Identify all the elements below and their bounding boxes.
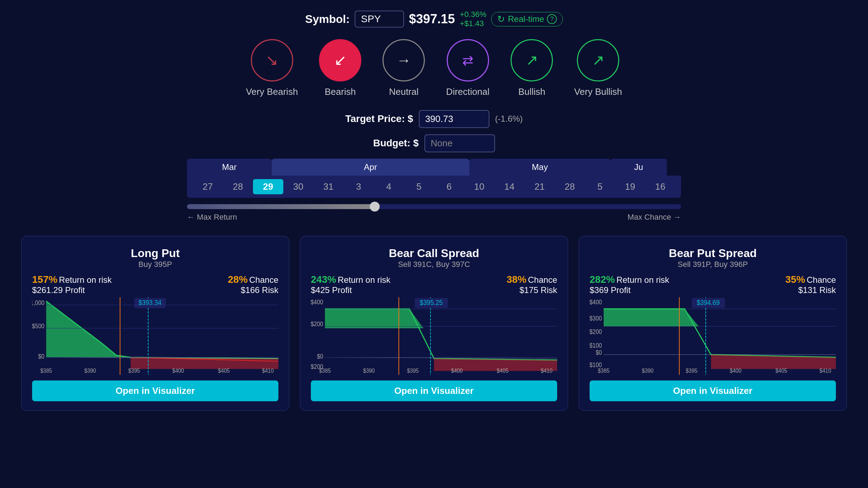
date-5[interactable]: 5 bbox=[404, 179, 434, 194]
svg-text:$400: $400 bbox=[730, 368, 741, 374]
stat-right-bear-put: 35% Chance $131 Risk bbox=[785, 274, 836, 295]
target-price-pct: (-1.6%) bbox=[495, 114, 523, 124]
symbol-input[interactable] bbox=[355, 11, 404, 28]
open-visualizer-bear-call-spread[interactable]: Open in Visualizer bbox=[311, 380, 557, 401]
cards-row: Long Put Buy 395P 157% Return on risk $2… bbox=[0, 236, 868, 411]
strategy-bearish[interactable]: ↙ Bearish bbox=[319, 39, 361, 97]
svg-text:$385: $385 bbox=[598, 368, 609, 374]
date-5b[interactable]: 5 bbox=[585, 179, 615, 194]
svg-text:$385: $385 bbox=[40, 368, 52, 374]
svg-text:$395.25: $395.25 bbox=[420, 299, 443, 306]
stat-left-bear-call: 243% Return on risk $425 Profit bbox=[311, 274, 390, 295]
card-long-put: Long Put Buy 395P 157% Return on risk $2… bbox=[21, 236, 289, 411]
return-pct-bear-call: 243% bbox=[311, 274, 336, 285]
svg-text:$395: $395 bbox=[686, 368, 698, 374]
strategy-label-bearish: Bearish bbox=[325, 86, 356, 97]
date-27[interactable]: 27 bbox=[193, 179, 223, 194]
card-stats-bear-put-spread: 282% Return on risk $369 Profit 35% Chan… bbox=[590, 274, 836, 295]
slider-fill bbox=[187, 204, 375, 209]
open-visualizer-bear-put-spread[interactable]: Open in Visualizer bbox=[590, 380, 836, 401]
budget-row: Budget: $ bbox=[373, 134, 495, 152]
svg-text:$200: $200 bbox=[590, 329, 602, 336]
chance-pct-long-put: 28% bbox=[228, 274, 248, 285]
svg-text:$100: $100 bbox=[590, 342, 602, 349]
slider-thumb[interactable] bbox=[370, 202, 380, 212]
svg-text:$385: $385 bbox=[319, 368, 331, 374]
symbol-row: Symbol: $397.15 +0.36% +$1.43 ↻ Real-tim… bbox=[305, 10, 563, 29]
card-subtitle-bear-call-spread: Sell 391C, Buy 397C bbox=[311, 260, 557, 269]
chart-long-put: $393.34 $1,000 $500 $0 $385 $390 $395 $4… bbox=[32, 297, 278, 375]
svg-text:$405: $405 bbox=[218, 368, 230, 374]
strategy-directional[interactable]: ⇄ Directional bbox=[446, 39, 489, 97]
strategy-label-very-bullish: Very Bullish bbox=[574, 86, 622, 97]
realtime-label: Real-time bbox=[508, 14, 544, 24]
strategy-bullish[interactable]: ↗ Bullish bbox=[511, 39, 553, 97]
card-stats-long-put: 157% Return on risk $261.29 Profit 28% C… bbox=[32, 274, 278, 295]
svg-marker-48 bbox=[604, 309, 699, 327]
date-10[interactable]: 10 bbox=[464, 179, 495, 194]
strategy-label-directional: Directional bbox=[446, 86, 489, 97]
stat-right-long-put: 28% Chance $166 Risk bbox=[228, 274, 278, 295]
strategy-very-bearish[interactable]: ↘ Very Bearish bbox=[246, 39, 298, 97]
svg-text:$405: $405 bbox=[497, 368, 508, 374]
strategy-very-bullish[interactable]: ↗ Very Bullish bbox=[574, 39, 622, 97]
month-tab-apr[interactable]: Apr bbox=[272, 159, 469, 176]
strategy-label-very-bearish: Very Bearish bbox=[246, 86, 298, 97]
card-subtitle-bear-put-spread: Sell 391P, Buy 396P bbox=[590, 260, 836, 269]
change-pct: +0.36% bbox=[460, 10, 486, 19]
month-tab-may[interactable]: May bbox=[469, 159, 610, 176]
date-16[interactable]: 16 bbox=[645, 179, 676, 194]
svg-text:$400: $400 bbox=[311, 299, 323, 306]
date-29[interactable]: 29 bbox=[253, 179, 283, 194]
card-bear-put-spread: Bear Put Spread Sell 391P, Buy 396P 282%… bbox=[579, 236, 847, 411]
strategy-circle-bullish: ↗ bbox=[511, 39, 553, 81]
max-return-label: ← Max Return bbox=[187, 213, 237, 222]
date-21[interactable]: 21 bbox=[525, 179, 555, 194]
date-4[interactable]: 4 bbox=[374, 179, 404, 194]
price-display: $397.15 bbox=[409, 12, 455, 26]
svg-text:$400: $400 bbox=[590, 299, 602, 306]
chart-bear-put-spread: $400 $300 $200 $100 $0 -$100 bbox=[590, 297, 836, 375]
svg-text:$0: $0 bbox=[38, 353, 44, 360]
chart-bear-call-spread: $400 $200 $0 -$200 $395.25 $385 $39 bbox=[311, 297, 557, 375]
stat-right-bear-call: 38% Chance $175 Risk bbox=[507, 274, 557, 295]
strategy-neutral[interactable]: → Neutral bbox=[382, 39, 425, 97]
target-price-input[interactable] bbox=[419, 110, 489, 128]
profit-long-put: $261.29 Profit bbox=[32, 285, 111, 295]
chance-pct-bear-put: 35% bbox=[785, 274, 805, 285]
month-tab-mar[interactable]: Mar bbox=[187, 159, 272, 176]
card-subtitle-long-put: Buy 395P bbox=[32, 260, 278, 269]
month-tab-jun[interactable]: Ju bbox=[610, 159, 667, 176]
stat-left-long-put: 157% Return on risk $261.29 Profit bbox=[32, 274, 111, 295]
date-30[interactable]: 30 bbox=[283, 179, 314, 194]
strategy-circle-very-bullish: ↗ bbox=[577, 39, 619, 81]
return-pct-bear-put: 282% bbox=[590, 274, 615, 285]
date-6[interactable]: 6 bbox=[434, 179, 464, 194]
date-3[interactable]: 3 bbox=[344, 179, 374, 194]
svg-text:$0: $0 bbox=[317, 353, 323, 360]
svg-text:$200: $200 bbox=[311, 321, 323, 328]
date-28b[interactable]: 28 bbox=[555, 179, 585, 194]
svg-text:$410: $410 bbox=[819, 368, 831, 374]
date-28[interactable]: 28 bbox=[223, 179, 253, 194]
strategy-row: ↘ Very Bearish ↙ Bearish → Neutral ⇄ Dir… bbox=[246, 39, 622, 97]
date-row: 27 28 29 30 31 3 4 5 6 10 14 21 28 5 19 … bbox=[187, 176, 681, 198]
date-31[interactable]: 31 bbox=[313, 179, 344, 194]
symbol-label: Symbol: bbox=[305, 13, 350, 26]
budget-input[interactable] bbox=[424, 134, 495, 152]
slider-labels: ← Max Return Max Chance → bbox=[187, 213, 681, 222]
open-visualizer-long-put[interactable]: Open in Visualizer bbox=[32, 380, 278, 401]
strategy-circle-very-bearish: ↘ bbox=[251, 39, 293, 81]
help-icon[interactable]: ? bbox=[547, 14, 557, 24]
date-19[interactable]: 19 bbox=[615, 179, 645, 194]
target-price-row: Target Price: $ (-1.6%) bbox=[345, 110, 523, 128]
date-14[interactable]: 14 bbox=[494, 179, 525, 194]
svg-text:$300: $300 bbox=[590, 315, 602, 322]
risk-bear-put: $131 Risk bbox=[785, 285, 836, 295]
price-change: +0.36% +$1.43 bbox=[460, 10, 486, 29]
svg-text:$395: $395 bbox=[128, 368, 140, 374]
strategy-label-neutral: Neutral bbox=[389, 86, 418, 97]
svg-marker-19 bbox=[325, 309, 423, 328]
svg-text:$390: $390 bbox=[363, 368, 375, 374]
target-price-label: Target Price: $ bbox=[345, 113, 413, 124]
